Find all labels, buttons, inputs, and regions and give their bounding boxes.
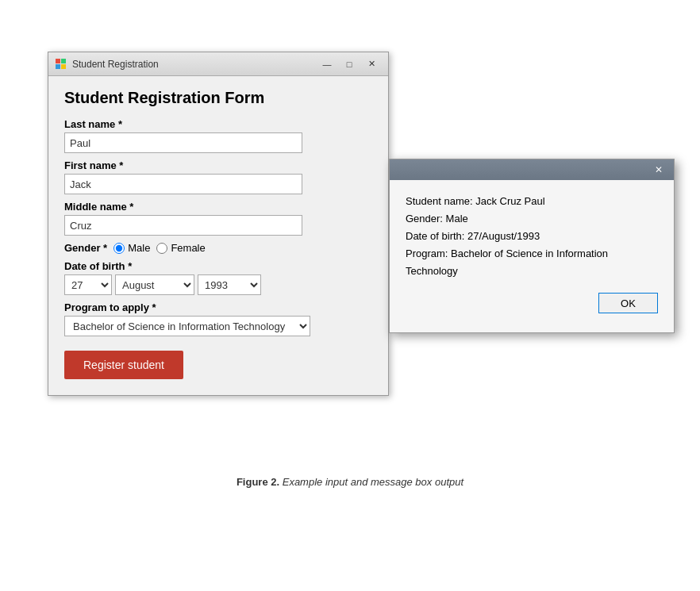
ok-button[interactable]: OK <box>598 293 658 313</box>
figure-caption: Figure 2. Example input and message box … <box>237 476 463 488</box>
ok-area: OK <box>406 293 658 320</box>
register-button[interactable]: Register student <box>64 351 183 379</box>
message-box-titlebar: ✕ <box>390 159 674 180</box>
program-select[interactable]: Bachelor of Science in Information Techn… <box>64 316 310 336</box>
message-box-body: Student name: Jack Cruz Paul Gender: Mal… <box>390 180 674 332</box>
program-group: Program to apply * Bachelor of Science i… <box>64 301 372 336</box>
form-title: Student Registration Form <box>64 89 372 107</box>
msg-close-button[interactable]: ✕ <box>650 163 667 177</box>
main-window-titlebar: Student Registration — □ ✕ <box>48 52 388 76</box>
window-title: Student Registration <box>72 59 159 70</box>
gender-line: Gender: Male <box>406 210 658 228</box>
year-select[interactable]: 1990199119921993 1994199519961997 199819… <box>198 274 261 295</box>
firstname-group: First name * <box>64 159 372 194</box>
middlename-input[interactable] <box>64 215 302 236</box>
firstname-input[interactable] <box>64 174 302 194</box>
gender-male-option[interactable]: Male <box>113 242 150 254</box>
lastname-group: Last name * <box>64 118 372 153</box>
day-select[interactable]: 12345 678910 1112131415 1617181920 21222… <box>64 274 112 295</box>
message-box-text: Student name: Jack Cruz Paul Gender: Mal… <box>406 193 658 280</box>
program-label: Program to apply * <box>64 301 372 313</box>
student-name-line: Student name: Jack Cruz Paul <box>406 193 658 210</box>
dob-label: Date of birth * <box>64 260 372 272</box>
gender-female-radio[interactable] <box>156 243 167 254</box>
figure-text: Example input and message box output <box>279 476 463 488</box>
middlename-group: Middle name * <box>64 201 372 236</box>
lastname-label: Last name * <box>64 118 372 130</box>
message-box: ✕ Student name: Jack Cruz Paul Gender: M… <box>389 159 675 333</box>
figure-number: Figure 2. <box>237 476 279 488</box>
lastname-input[interactable] <box>64 132 302 153</box>
gender-label: Gender * <box>64 242 107 254</box>
gender-female-option[interactable]: Female <box>156 242 205 254</box>
close-button[interactable]: ✕ <box>361 56 382 72</box>
month-select[interactable]: JanuaryFebruaryMarchApril MayJuneJulyAug… <box>115 274 194 295</box>
app-icon <box>55 58 67 71</box>
main-window: Student Registration — □ ✕ Student Regis… <box>48 52 389 396</box>
firstname-label: First name * <box>64 159 372 171</box>
dob-selects: 12345 678910 1112131415 1617181920 21222… <box>64 274 372 295</box>
maximize-button[interactable]: □ <box>339 56 360 72</box>
middlename-label: Middle name * <box>64 201 372 213</box>
minimize-button[interactable]: — <box>317 56 337 72</box>
gender-female-label: Female <box>171 242 205 254</box>
dob-line: Date of birth: 27/August/1993 <box>406 228 658 245</box>
program-line: Program: Bachelor of Science in Informat… <box>406 245 658 280</box>
dob-group: Date of birth * 12345 678910 1112131415 … <box>64 260 372 295</box>
gender-male-label: Male <box>128 242 150 254</box>
gender-male-radio[interactable] <box>113 243 125 254</box>
gender-group: Gender * Male Female <box>64 242 372 254</box>
form-content: Student Registration Form Last name * Fi… <box>48 76 388 395</box>
